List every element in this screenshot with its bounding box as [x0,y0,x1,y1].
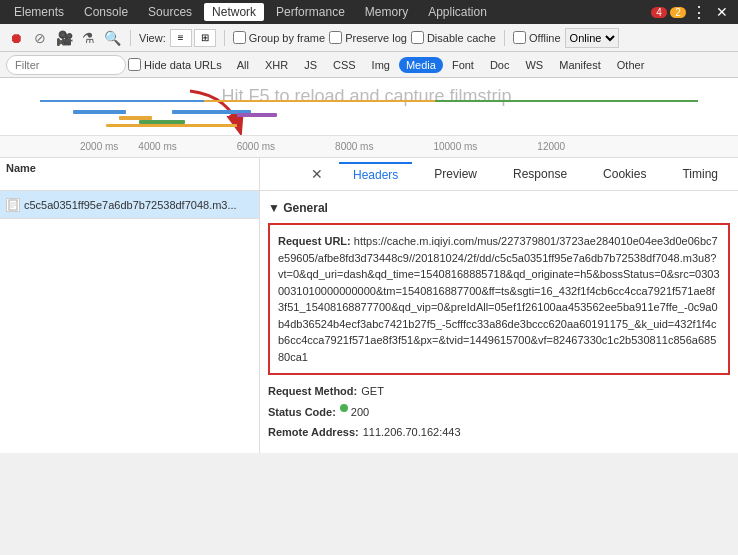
file-name: c5c5a0351ff95e7a6db7b72538df7048.m3... [24,199,237,211]
devtools-top-bar: Elements Console Sources Network Perform… [0,0,738,24]
timeline-container: Hit F5 to reload and capture filmstrip. … [0,78,738,158]
network-body: c5c5a0351ff95e7a6db7b72538df7048.m3... ▼… [0,191,738,453]
status-code-value: 200 [351,404,369,421]
tab-elements[interactable]: Elements [6,3,72,21]
tab-application[interactable]: Application [420,3,495,21]
hide-data-urls-label[interactable]: Hide data URLs [128,58,222,71]
throttle-select[interactable]: Online [565,28,619,48]
remote-value: 111.206.70.162:443 [363,424,461,441]
filter-tag-media[interactable]: Media [399,57,443,73]
method-value: GET [361,383,384,400]
tick-10000: 10000 ms [433,141,477,152]
view-label: View: [139,32,166,44]
filter-tag-manifest[interactable]: Manifest [552,57,608,73]
stop-button[interactable]: ⊘ [30,28,50,48]
detail-tab-preview[interactable]: Preview [420,163,491,185]
group-by-frame-checkbox[interactable] [233,31,246,44]
close-devtools-button[interactable]: ✕ [712,2,732,22]
detail-tab-response[interactable]: Response [499,163,581,185]
filter-tag-doc[interactable]: Doc [483,57,517,73]
detail-tab-cookies[interactable]: Cookies [589,163,660,185]
detail-panel-content: ▼ General Request URL: https://cache.m.i… [260,191,738,453]
file-icon [6,198,20,212]
separator-1 [130,30,131,46]
close-detail-button[interactable]: ✕ [311,166,323,182]
request-url-box: Request URL: https://cache.m.iqiyi.com/m… [268,223,730,375]
filter-tag-all[interactable]: All [230,57,256,73]
method-label: Request Method: [268,383,357,400]
filter-tag-js[interactable]: JS [297,57,324,73]
filter-button[interactable]: ⚗ [78,28,98,48]
tab-memory[interactable]: Memory [357,3,416,21]
separator-2 [224,30,225,46]
status-code-field: Status Code: 200 [268,404,730,421]
detail-tab-headers[interactable]: Headers [339,162,412,186]
tab-performance[interactable]: Performance [268,3,353,21]
status-dot [340,404,348,412]
preserve-log-checkbox[interactable] [329,31,342,44]
filter-input[interactable] [6,55,126,75]
network-row-selected[interactable]: c5c5a0351ff95e7a6db7b72538df7048.m3... [0,191,259,219]
search-button[interactable]: 🔍 [102,28,122,48]
timeline-ticks: 2000 ms 4000 ms 6000 ms 8000 ms 10000 ms… [0,135,738,157]
offline-checkbox[interactable] [513,31,526,44]
more-options-button[interactable]: ⋮ [689,2,709,22]
tick-6000: 6000 ms [237,141,275,152]
filter-tag-ws[interactable]: WS [518,57,550,73]
status-label: Status Code: [268,404,336,421]
network-toolbar: ⏺ ⊘ 🎥 ⚗ 🔍 View: ≡ ⊞ Group by frame Prese… [0,24,738,52]
filter-tag-xhr[interactable]: XHR [258,57,295,73]
hide-data-urls-checkbox[interactable] [128,58,141,71]
tick-4000: 4000 ms [138,141,176,152]
camera-button[interactable]: 🎥 [54,28,74,48]
name-column-header: Name [0,158,260,190]
network-list-header: Name ✕ Headers Preview Response Cookies … [0,158,738,191]
offline-label[interactable]: Offline [513,31,561,44]
tab-sources[interactable]: Sources [140,3,200,21]
detail-tab-timing[interactable]: Timing [668,163,732,185]
filter-bar: Hide data URLs All XHR JS CSS Img Media … [0,52,738,78]
tab-network[interactable]: Network [204,3,264,21]
tick-2000: 2000 ms [80,141,118,152]
general-section-header: ▼ General [268,199,730,217]
filter-tag-other[interactable]: Other [610,57,652,73]
list-view-button[interactable]: ≡ [170,29,192,47]
error-badge: 4 [651,7,667,18]
record-button[interactable]: ⏺ [6,28,26,48]
filter-tag-font[interactable]: Font [445,57,481,73]
preserve-log-label[interactable]: Preserve log [329,31,407,44]
warning-badge: 2 [670,7,686,18]
request-url-value: https://cache.m.iqiyi.com/mus/227379801/… [278,235,720,363]
filter-tag-css[interactable]: CSS [326,57,363,73]
remote-address-field: Remote Address: 111.206.70.162:443 [268,424,730,441]
file-list: c5c5a0351ff95e7a6db7b72538df7048.m3... [0,191,260,453]
tick-8000: 8000 ms [335,141,373,152]
group-by-frame-label[interactable]: Group by frame [233,31,325,44]
view-toggle: ≡ ⊞ [170,29,216,47]
tab-console[interactable]: Console [76,3,136,21]
request-url-label: Request URL: [278,235,351,247]
filter-tag-img[interactable]: Img [365,57,397,73]
detail-panel-tabs-header: ✕ Headers Preview Response Cookies Timin… [260,158,738,190]
disable-cache-label[interactable]: Disable cache [411,31,496,44]
disable-cache-checkbox[interactable] [411,31,424,44]
group-view-button[interactable]: ⊞ [194,29,216,47]
waterfall-bars [40,108,698,128]
separator-3 [504,30,505,46]
request-method-field: Request Method: GET [268,383,730,400]
tick-12000: 12000 [537,141,565,152]
remote-label: Remote Address: [268,424,359,441]
